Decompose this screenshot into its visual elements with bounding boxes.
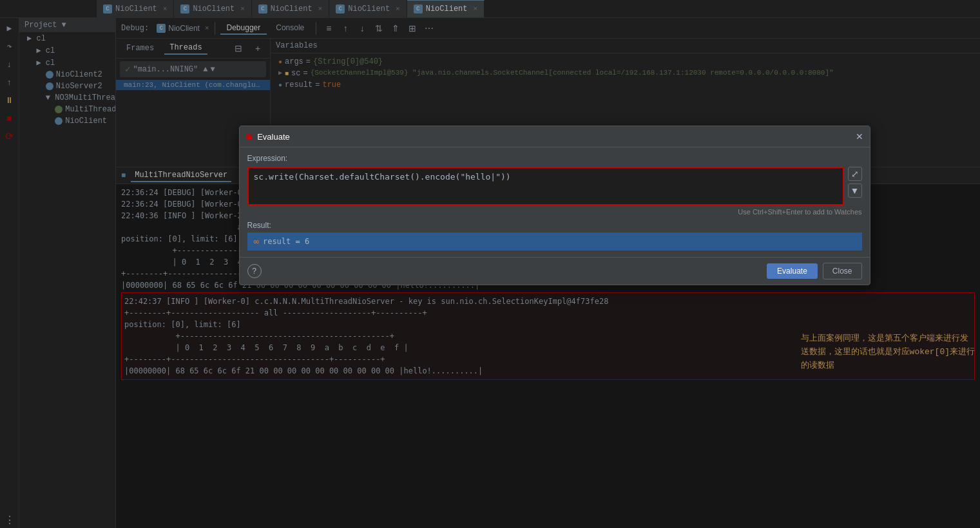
infinity-icon: ∞ <box>254 236 259 247</box>
toolbar-btn-5[interactable]: ⇑ <box>389 21 403 35</box>
debug-tab-close[interactable]: × <box>205 24 209 32</box>
var-args-icon: ● <box>278 59 282 66</box>
result-value-text: result = 6 <box>263 237 309 246</box>
sidebar-header[interactable]: Project ▼ <box>19 18 115 32</box>
console-tab-multithreadnioserver[interactable]: MultiThreadNioServer <box>131 169 231 182</box>
tab-nioclient-5[interactable]: C NioClient × <box>407 0 485 18</box>
threads-tab[interactable]: Threads <box>164 42 207 55</box>
expand-btn[interactable]: ⤢ <box>848 167 862 181</box>
toolbar-btn-3[interactable]: ↓ <box>355 21 369 35</box>
console-icon: ■ <box>121 171 126 180</box>
var-sc-eq: = <box>303 69 307 78</box>
expression-input[interactable]: sc.write(Charset.defaultCharset().encode… <box>247 167 844 205</box>
dialog-body: Expression: sc.write(Charset.defaultChar… <box>240 147 870 257</box>
toolbar-btn-2[interactable]: ↑ <box>338 21 352 35</box>
close-dialog-button[interactable]: Close <box>823 263 862 279</box>
dialog-title: Evaluate <box>257 132 850 142</box>
evaluate-dialog[interactable]: ◉ Evaluate ✕ Expression: sc.write(Charse… <box>239 126 870 285</box>
console-tab-btn[interactable]: Console <box>269 22 311 35</box>
tree-label-0: ▶ cl <box>27 34 46 43</box>
tree-item-0[interactable]: ▶ cl <box>19 32 115 44</box>
nioclient2-icon <box>46 71 53 79</box>
tab-nioclient-3[interactable]: C NioClient × <box>252 0 329 18</box>
expression-row: sc.write(Charset.defaultCharset().encode… <box>247 167 862 205</box>
tab-close-2[interactable]: × <box>240 5 245 13</box>
add-btn[interactable]: + <box>251 41 265 55</box>
thread-status-icon: ✓ <box>125 64 130 75</box>
var-args-eq: = <box>306 57 311 66</box>
tab-icon-1: C <box>103 5 112 14</box>
var-args: ● args = {String[0]@540} <box>271 56 980 68</box>
thread-name: "main...NNING" <box>133 65 198 74</box>
tree-item-multithreadnioserver[interactable]: MultiThreadNioServer <box>19 104 115 115</box>
tab-close-3[interactable]: × <box>318 5 323 13</box>
tree-label-5: ▼ NO3MultiThread <box>46 93 115 102</box>
tree-item-nioclient-sidebar[interactable]: NioClient <box>19 115 115 127</box>
nioclient-sidebar-icon <box>55 117 62 125</box>
frames-tab[interactable]: Frames <box>121 42 159 54</box>
filter-btn[interactable]: ⊟ <box>231 41 245 55</box>
step-out-button[interactable]: ↑ <box>2 75 17 90</box>
tab-nioclient-4[interactable]: C NioClient × <box>329 0 407 18</box>
var-result-val: true <box>322 80 341 90</box>
rerun-button[interactable]: ⟳ <box>2 129 17 144</box>
expression-btns: ⤢ ▼ <box>848 167 862 198</box>
tree-item-nioclient2[interactable]: NioClient2 <box>19 69 115 80</box>
var-sc-icon: ■ <box>285 70 289 77</box>
var-result: ● result = true <box>271 79 980 91</box>
nioserver2-icon <box>46 82 53 90</box>
history-btn[interactable]: ▼ <box>848 184 862 198</box>
step-into-button[interactable]: ↓ <box>2 57 17 72</box>
stop-button[interactable]: ■ <box>2 111 17 126</box>
dialog-titlebar: ◉ Evaluate ✕ <box>240 126 870 147</box>
tree-label-7: NioClient <box>65 117 107 126</box>
tab-icon-5: C <box>414 5 423 14</box>
step-over-button[interactable]: ↷ <box>2 39 17 54</box>
toolbar-btn-1[interactable]: ≡ <box>322 21 336 35</box>
right-annotation: 与上面案例同理，这是第五个客户端来进行发送数据，这里的话也就是对应woker[0… <box>801 332 975 372</box>
tree-item-2[interactable]: ▶ cl <box>19 57 115 69</box>
tab-nioclient-1[interactable]: C NioClient × <box>97 0 174 18</box>
variables-header: Variables <box>271 39 980 53</box>
toolbar-btn-6[interactable]: ⊞ <box>405 21 419 35</box>
tree-item-nioserver2[interactable]: NioServer2 <box>19 80 115 92</box>
dialog-footer: ? Evaluate Close <box>240 257 870 285</box>
toolbar-btn-4[interactable]: ⇅ <box>372 21 386 35</box>
help-button[interactable]: ? <box>247 264 262 278</box>
var-sc-expand[interactable]: ▶ <box>278 69 282 77</box>
resume-button[interactable]: ▶ <box>2 21 17 36</box>
tree-item-1[interactable]: ▶ cl <box>19 44 115 57</box>
tab-bar: C NioClient × C NioClient × C NioClient … <box>0 0 980 18</box>
var-result-icon: ● <box>278 82 282 89</box>
project-sidebar: Project ▼ ▶ cl ▶ cl ▶ cl NioClient2 NioS… <box>19 18 116 528</box>
tab-icon-3: C <box>258 5 267 14</box>
debugger-tab-btn[interactable]: Debugger <box>220 22 267 35</box>
var-args-name: args <box>285 57 303 66</box>
pause-button[interactable]: ⏸ <box>2 93 17 108</box>
tab-close-1[interactable]: × <box>163 5 168 13</box>
thread-dropdown[interactable]: ✓ "main...NNING" ▲ ▼ <box>120 61 266 77</box>
hl-line-1: 22:42:37 [INFO ] [Worker-0] c.c.N.N.N.Mu… <box>124 296 972 307</box>
sep2 <box>316 22 316 35</box>
thread-up-icon[interactable]: ▲ <box>203 65 207 74</box>
dialog-close-btn[interactable]: ✕ <box>856 131 863 142</box>
tab-close-4[interactable]: × <box>396 5 400 13</box>
tab-icon-2: C <box>180 5 189 14</box>
tree-label-6: MultiThreadNioServer <box>65 105 115 114</box>
var-result-eq: = <box>315 80 320 90</box>
var-sc[interactable]: ▶ ■ sc = {SocketChannelImpl@539} "java.n… <box>271 68 980 79</box>
more-button[interactable]: ⋮ <box>2 513 17 528</box>
thread-down-icon[interactable]: ▼ <box>210 65 215 74</box>
toolbar-btn-7[interactable]: ⋯ <box>422 21 436 35</box>
expression-label: Expression: <box>247 154 862 163</box>
tab-close-5[interactable]: × <box>474 5 478 13</box>
var-sc-val: {SocketChannelImpl@539} "java.nio.channe… <box>311 69 834 77</box>
frame-item-main[interactable]: main:23, NioClient (com.changlu.N... <box>116 80 270 90</box>
debug-file-icon: C <box>157 24 166 33</box>
evaluate-button[interactable]: Evaluate <box>767 263 818 279</box>
debug-label: Debug: <box>121 24 149 33</box>
hl-line-2: +--------+------------------- all ------… <box>124 307 972 319</box>
tree-item-no3[interactable]: ▼ NO3MultiThread <box>19 92 115 104</box>
tab-nioclient-2[interactable]: C NioClient × <box>174 0 251 18</box>
tab-label-4: NioClient <box>348 5 390 14</box>
